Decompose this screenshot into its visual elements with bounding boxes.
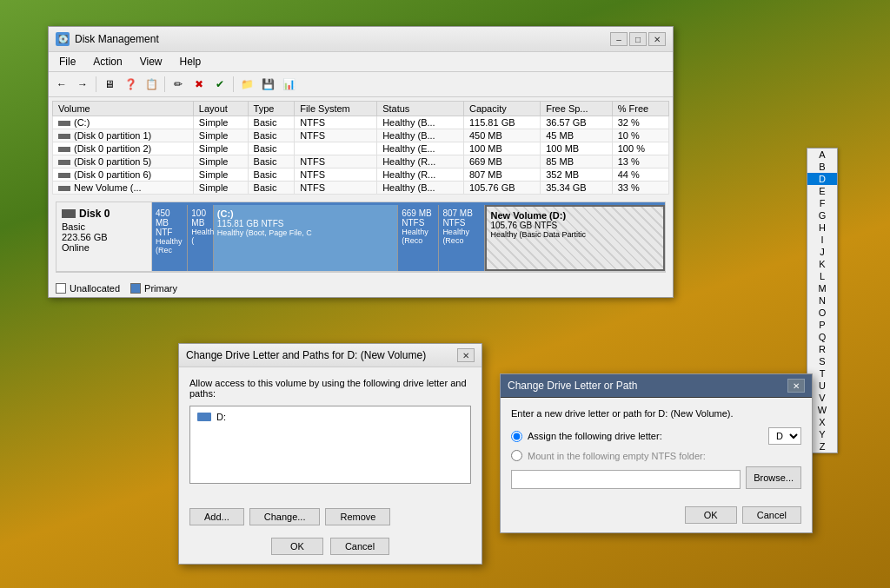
check-button[interactable]: ✔ [210, 75, 229, 94]
drive-letter-O[interactable]: O [807, 307, 837, 319]
pd-size: 105.76 GB NTFS [490, 221, 660, 230]
legend-unallocated: Unallocated [56, 283, 120, 294]
drive-letter-K[interactable]: K [807, 258, 837, 270]
disk0-size: 223.56 GB [62, 232, 146, 242]
assign-letter-option: Assign the following drive letter: D E F [511, 427, 801, 445]
window-titlebar: 💽 Disk Management – □ ✕ [49, 27, 673, 52]
partition-669[interactable]: 669 MB NTFS Healthy (Reco [398, 205, 439, 271]
change-path-buttons: OK Cancel [501, 499, 812, 532]
disk0-status: Online [62, 242, 146, 253]
change-letter-desc: Allow access to this volume by using the… [189, 378, 471, 399]
p807-detail: Healthy (Reco [442, 228, 481, 245]
change-path-dialog: Change Drive Letter or Path ✕ Enter a ne… [500, 373, 813, 533]
partition-d[interactable]: New Volume (D:) 105.76 GB NTFS Healthy (… [485, 205, 665, 271]
folder-button[interactable]: 📁 [237, 75, 256, 94]
forward-button[interactable]: → [73, 75, 92, 94]
app-icon: 💽 [56, 32, 70, 46]
assign-radio[interactable] [511, 431, 522, 442]
drive-letter-J[interactable]: J [807, 246, 837, 258]
primary-label: Primary [144, 283, 177, 294]
change-path-title: Change Drive Letter or Path [508, 380, 637, 392]
partition-1[interactable]: 450 MB NTF Healthy (Rec [152, 205, 188, 271]
drive-letter-H[interactable]: H [807, 221, 837, 234]
change-path-cancel[interactable]: Cancel [742, 506, 801, 524]
drive-letter-D[interactable]: D [807, 173, 837, 185]
close-button[interactable]: ✕ [648, 32, 666, 46]
drive-letter-Q[interactable]: Q [807, 331, 837, 343]
change-letter-close[interactable]: ✕ [457, 348, 475, 362]
primary-swatch [130, 283, 141, 294]
minimize-button[interactable]: – [610, 32, 628, 46]
drive-letter-B[interactable]: B [807, 161, 837, 173]
unallocated-swatch [56, 283, 66, 294]
table-row[interactable]: (C:)SimpleBasicNTFSHealthy (B...115.81 G… [53, 116, 669, 129]
save-button[interactable]: 💾 [258, 75, 277, 94]
menu-help[interactable]: Help [173, 54, 209, 69]
change-button[interactable]: Change... [249, 508, 321, 525]
menu-bar: File Action View Help [49, 52, 673, 72]
drive-letter-G[interactable]: G [807, 209, 837, 221]
menu-action[interactable]: Action [86, 54, 129, 69]
drive-hdd-icon [197, 413, 211, 421]
table-row[interactable]: (Disk 0 partition 1)SimpleBasicNTFSHealt… [53, 129, 669, 142]
computer-button[interactable]: 🖥 [100, 75, 119, 94]
assign-label: Assign the following drive letter: [528, 431, 662, 441]
table-row[interactable]: New Volume (...SimpleBasicNTFSHealthy (B… [53, 182, 669, 195]
partition-c[interactable]: (C:) 115.81 GB NTFS Healthy (Boot, Page … [214, 205, 398, 271]
back-button[interactable]: ← [52, 75, 71, 94]
add-button[interactable]: Add... [189, 508, 244, 525]
change-letter-buttons: Add... Change... Remove [179, 503, 482, 534]
maximize-button[interactable]: □ [629, 32, 647, 46]
change-path-close[interactable]: ✕ [787, 379, 805, 393]
menu-file[interactable]: File [52, 54, 83, 69]
delete-button[interactable]: ✖ [189, 75, 209, 94]
p669-size: 669 MB NTFS [402, 208, 435, 228]
drive-letter-S[interactable]: S [807, 355, 837, 367]
properties-button[interactable]: 📋 [142, 75, 161, 94]
folder-path-input[interactable] [511, 470, 741, 489]
volume-table: Volume Layout Type File System Status Ca… [52, 101, 669, 195]
disk-icon [62, 209, 76, 218]
drive-letter-R[interactable]: R [807, 343, 837, 355]
drive-list-box[interactable]: D: [189, 406, 471, 484]
help-button[interactable]: ❓ [121, 75, 140, 94]
drive-letter-F[interactable]: F [807, 197, 837, 209]
drive-letter-P[interactable]: P [807, 319, 837, 331]
col-volume: Volume [53, 102, 194, 116]
col-free: Free Sp... [541, 102, 613, 116]
drive-letter-E[interactable]: E [807, 185, 837, 197]
drive-dropdown[interactable]: D E F [768, 427, 801, 445]
table-row[interactable]: (Disk 0 partition 2)SimpleBasicHealthy (… [53, 142, 669, 155]
remove-button[interactable]: Remove [325, 508, 390, 525]
window-controls: – □ ✕ [610, 32, 666, 46]
toolbar: ← → 🖥 ❓ 📋 ✏ ✖ ✔ 📁 💾 📊 [49, 72, 673, 97]
pd-name: New Volume (D:) [490, 210, 660, 221]
change-letter-ok[interactable]: OK [271, 538, 323, 555]
col-fs: File System [295, 102, 377, 116]
table-row[interactable]: (Disk 0 partition 6)SimpleBasicNTFSHealt… [53, 168, 669, 182]
drive-letter-I[interactable]: I [807, 234, 837, 246]
drive-letter-N[interactable]: N [807, 294, 837, 307]
pc-name: (C:) [217, 208, 394, 219]
legend-primary: Primary [130, 283, 177, 294]
p2-size: 100 MB [191, 208, 209, 228]
table-row[interactable]: (Disk 0 partition 5)SimpleBasicNTFSHealt… [53, 155, 669, 168]
drive-letter-M[interactable]: M [807, 282, 837, 294]
drive-letter-L[interactable]: L [807, 270, 837, 282]
change-path-desc: Enter a new drive letter or path for D: … [511, 408, 801, 419]
disk0-name: Disk 0 [62, 208, 146, 220]
mount-radio[interactable] [511, 450, 522, 461]
partition-807[interactable]: 807 MB NTFS Healthy (Reco [439, 205, 485, 271]
disk0-type: Basic [62, 221, 146, 232]
edit-button[interactable]: ✏ [169, 75, 188, 94]
chart-button[interactable]: 📊 [279, 75, 298, 94]
col-type: Type [248, 102, 295, 116]
browse-button[interactable]: Browse... [746, 466, 801, 489]
partition-2[interactable]: 100 MB Healthy ( [188, 205, 214, 271]
change-letter-cancel[interactable]: Cancel [330, 538, 389, 555]
pc-size: 115.81 GB NTFS [217, 219, 394, 228]
menu-view[interactable]: View [133, 54, 169, 69]
drive-list-item-d[interactable]: D: [194, 410, 467, 424]
change-path-ok[interactable]: OK [685, 506, 737, 524]
drive-letter-A[interactable]: A [807, 149, 837, 161]
